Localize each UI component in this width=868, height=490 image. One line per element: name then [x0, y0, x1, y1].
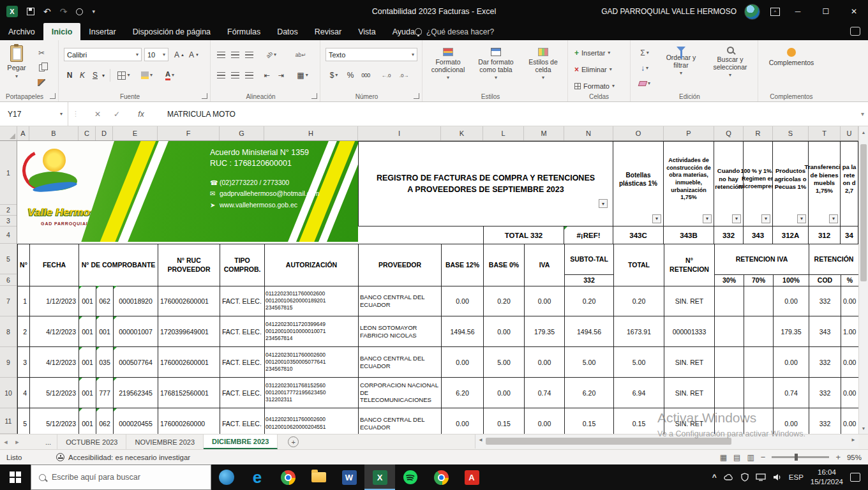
- vertical-scrollbar-thumb[interactable]: [860, 144, 867, 281]
- header-pct[interactable]: %: [841, 275, 858, 286]
- cell-ret30[interactable]: [715, 286, 744, 316]
- header-100[interactable]: 100%: [774, 275, 809, 286]
- cell-fecha[interactable]: 4/12/2023: [30, 347, 79, 378]
- conditional-formatting-button[interactable]: Formato condicional ▾: [425, 45, 471, 91]
- column-header-r[interactable]: R: [744, 126, 773, 140]
- undo-button[interactable]: ↶: [43, 6, 51, 17]
- scroll-left-icon[interactable]: ◄: [478, 437, 483, 443]
- cell-fecha[interactable]: 1/12/2023: [30, 286, 79, 316]
- cell-proveedor[interactable]: CORPORACION NACIONAL DE TELECOMUNICACION…: [359, 378, 442, 408]
- cell-ret30[interactable]: [715, 316, 744, 347]
- fill-color-button[interactable]: ▾: [137, 68, 157, 82]
- cell-num-retencion[interactable]: SIN. RET: [664, 378, 715, 408]
- dialog-launcher-icon[interactable]: [311, 93, 317, 99]
- tab-datos[interactable]: Datos: [269, 23, 306, 40]
- column-header-n[interactable]: N: [564, 126, 613, 140]
- align-center-button[interactable]: [228, 68, 241, 82]
- cell-total[interactable]: 1673.91: [614, 316, 664, 347]
- cell-total[interactable]: 6.94: [614, 378, 664, 408]
- wrap-text-button[interactable]: ab↵: [286, 48, 315, 62]
- paste-button[interactable]: Pegar ▾: [3, 43, 31, 91]
- row-header-2[interactable]: 2: [0, 205, 17, 216]
- cell-332[interactable]: 332: [714, 226, 744, 244]
- cell-proveedor[interactable]: BANCO CENTRAL DEL ECUADOR: [359, 408, 442, 434]
- cell-autorizacion[interactable]: 04122023011720399649 0012001001000001007…: [265, 316, 359, 347]
- scroll-down-icon[interactable]: ▼: [859, 424, 868, 433]
- qat-customize-icon[interactable]: ▾: [92, 8, 95, 15]
- column-header-t[interactable]: T: [809, 126, 841, 140]
- cell-num-retencion[interactable]: SIN. RET: [664, 286, 715, 316]
- insert-cells-button[interactable]: +Insertar▾: [574, 47, 610, 59]
- cell-comprobante-punto[interactable]: 001: [96, 316, 114, 347]
- cell-ret70[interactable]: [744, 378, 774, 408]
- header-ruc[interactable]: N° RUC PROVEEDOR: [158, 244, 220, 286]
- align-right-button[interactable]: [243, 68, 255, 82]
- header-subtotal-332[interactable]: 332: [565, 275, 614, 286]
- column-header-m[interactable]: M: [524, 126, 564, 140]
- cell-comprobante-serie[interactable]: 001: [79, 347, 96, 378]
- cell-comprobante-numero[interactable]: 000001007: [114, 316, 158, 347]
- cell-ref-error[interactable]: #¡REF!: [564, 226, 613, 244]
- tab-insertar[interactable]: Insertar: [80, 23, 124, 40]
- cell-tipo[interactable]: FACT. ELEC.: [220, 316, 265, 347]
- cell-proveedor[interactable]: BANCO CENTRAL DEL ECUADOR: [359, 347, 442, 378]
- cell-autorizacion[interactable]: 04122023011760002600 0012001035000507764…: [265, 347, 359, 378]
- taskbar-cortana[interactable]: [211, 464, 242, 490]
- row-header-10[interactable]: 10: [0, 378, 17, 408]
- account-name[interactable]: GAD PARROQUIAL VALLE HERMOSO: [601, 7, 737, 16]
- cell-tipo[interactable]: FACT. ELEC.: [220, 378, 265, 408]
- cell-base0[interactable]: 0.00: [484, 316, 525, 347]
- column-header-g[interactable]: G: [220, 126, 264, 140]
- increase-indent-button[interactable]: ⇥: [274, 68, 287, 82]
- view-page-break-button[interactable]: ▥: [747, 453, 754, 462]
- column-header-f[interactable]: F: [158, 126, 220, 140]
- cell-ruc[interactable]: 1760002600001: [158, 347, 220, 378]
- row-header-11[interactable]: 11: [0, 408, 17, 434]
- cell-comprobante-serie[interactable]: 001: [79, 408, 96, 434]
- cell-base12[interactable]: 0.00: [442, 408, 484, 434]
- cell-ruc[interactable]: 176000260000: [158, 408, 220, 434]
- merge-center-button[interactable]: ▦▾: [290, 68, 315, 82]
- cell-base12[interactable]: 0.00: [442, 347, 484, 378]
- formula-input[interactable]: MATRICULA MOTO: [167, 102, 236, 126]
- cell-pct[interactable]: 0.00: [841, 378, 858, 408]
- accessibility-status[interactable]: Accesibilidad: es necesario investigar: [56, 450, 190, 464]
- maximize-button[interactable]: ☐: [812, 0, 840, 23]
- taskbar-spotify[interactable]: [395, 464, 426, 490]
- row-header-8[interactable]: 8: [0, 316, 17, 347]
- cell-subtotal[interactable]: 1494.56: [565, 316, 614, 347]
- cell-total[interactable]: 5.00: [614, 347, 664, 378]
- percent-button[interactable]: %: [345, 68, 356, 82]
- cell-comprobante-numero[interactable]: 000018920: [114, 286, 158, 316]
- cell-fecha[interactable]: 5/12/2023: [30, 408, 79, 434]
- sheet-tab-diciembre[interactable]: DICIEMBRE 2023: [204, 434, 278, 449]
- cell-base0[interactable]: 5.00: [484, 347, 525, 378]
- sheet-nav-prev-icon[interactable]: ◄: [0, 434, 11, 449]
- header-autorizacion[interactable]: AUTORIZACIÓN: [265, 244, 359, 286]
- cell-34[interactable]: 34: [841, 226, 858, 244]
- format-cells-button[interactable]: Formato▾: [574, 80, 615, 93]
- underline-dropdown-icon[interactable]: ▾: [100, 68, 107, 82]
- italic-button[interactable]: K: [77, 68, 88, 82]
- cell-312a[interactable]: 312A: [773, 226, 809, 244]
- filter-dropdown-icon[interactable]: ▾: [829, 214, 838, 223]
- header-proveedor[interactable]: PROVEEDOR: [359, 244, 442, 286]
- filter-dropdown-icon[interactable]: ▾: [732, 214, 741, 223]
- cell-ret100[interactable]: 0.00: [774, 408, 809, 434]
- cell-autorizacion[interactable]: 01122023011760002600 0012001062000018920…: [265, 286, 359, 316]
- zoom-slider[interactable]: [772, 456, 829, 458]
- row-header-6[interactable]: 6: [0, 274, 17, 286]
- align-top-button[interactable]: [214, 48, 227, 62]
- cell-ret70[interactable]: [744, 286, 774, 316]
- cell-343b[interactable]: 343B: [664, 226, 714, 244]
- header-num-retencion[interactable]: N° RETENCION: [664, 244, 715, 286]
- zoom-level[interactable]: 95%: [847, 454, 862, 461]
- row-header-4[interactable]: 4: [0, 226, 17, 244]
- cell-n[interactable]: 1: [18, 286, 30, 316]
- column-header-c[interactable]: C: [79, 126, 96, 140]
- column-header-e[interactable]: E: [113, 126, 158, 140]
- column-header-b[interactable]: B: [29, 126, 79, 140]
- cell-cod[interactable]: 343: [809, 316, 841, 347]
- cell-proveedor[interactable]: LEON SOTOMAYOR FABRICIO NICOLAS: [359, 316, 442, 347]
- add-sheet-button[interactable]: +: [288, 436, 299, 447]
